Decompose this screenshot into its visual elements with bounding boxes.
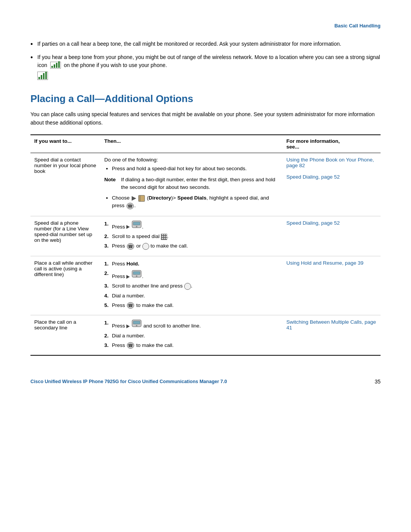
phone-device-icon-2 [131,270,142,278]
footer-left-text: Cisco Unified Wireless IP Phone 7925G fo… [30,379,227,384]
row3-step-1: 1. Press Hold. [104,260,279,268]
row4-col3: Switching Between Multiple Calls, page 4… [282,315,381,355]
row1-sub-list: Press and hold a speed-dial hot key for … [104,165,279,173]
row3-step-2: 2. Press . [104,270,279,280]
row2-col2: 1. Press . 2. [100,216,282,256]
signal-icon [50,62,61,70]
row4-step-1: 1. Press and scroll to another line. [104,319,279,330]
svg-rect-1 [139,195,145,201]
row4-link-1[interactable]: Switching Between Multiple Calls, page 4… [286,319,376,331]
svg-text:☎: ☎ [127,204,133,208]
col-header-3: For more information,see... [282,135,381,153]
row2-step1-text: Press . [112,220,143,231]
row1-col2-content: Do one of the following: Press and hold … [104,157,279,209]
row1-col3: Using the Phone Book on Your Phone, page… [282,153,381,216]
bullet-item-2: • If you hear a beep tone from your phon… [30,53,381,81]
page-title: Placing a Call—Additional Options [30,93,381,105]
grid-icon [161,234,167,240]
row2-link-1[interactable]: Speed Dialing, page 52 [286,220,339,226]
row2-step-2: 2. Scroll to a speed dial . [104,233,279,240]
row1-col2: Do one of the following: Press and hold … [100,153,282,216]
footer-page-number: 35 [374,379,381,385]
triangle-icon [131,195,137,201]
row3-steps: 1. Press Hold. 2. Press . [104,260,279,309]
table-row: Speed dial a contact number in your loca… [30,153,381,216]
nav-arrow-icon-2 [126,275,130,279]
row2-col3: Speed Dialing, page 52 [282,216,381,256]
handset-icon-3: ☎ [126,302,135,309]
svg-text:☎: ☎ [128,303,133,308]
circle-button-icon-2 [184,283,191,290]
row2-step-1: 1. Press . [104,220,279,231]
table-row: Place the call on a secondary line 1. Pr… [30,315,381,355]
nav-arrow-icon-3 [126,324,130,328]
col-header-2: Then... [100,135,282,153]
row1-col1: Speed dial a contact number in your loca… [30,153,100,216]
table-row: Speed dial a phone number (for a Line Vi… [30,216,381,256]
row3-step3-text: Scroll to another line and press . [112,282,193,290]
bullet-text-2: If you hear a beep tone from your phone,… [37,53,381,81]
row4-step3-text: Press ☎ to make the call. [112,342,174,349]
row4-col1: Place the call on a secondary line [30,315,100,355]
row3-step4-text: Dial a number. [112,292,145,300]
section-intro: You can place calls using special featur… [30,110,381,127]
directory-label: Directory [149,195,171,201]
row1-note: Note If dialing a two-digit number, ente… [104,176,279,192]
note-label: Note [104,176,121,192]
phone-device-icon-3 [131,319,142,328]
row2-steps: 1. Press . 2. [104,220,279,250]
directory-icon [131,195,145,202]
bullet-item-1: • If parties on a call hear a beep tone,… [30,40,381,49]
signal-bars [50,62,61,69]
speed-dials-label: Speed Dials [177,195,207,201]
row1-sub-item-1: Press and hold a speed-dial hot key for … [112,165,279,173]
svg-point-8 [136,226,137,227]
signal-bars-2 [37,72,48,80]
svg-rect-7 [133,222,140,225]
row1-do-one: Do one of the following: [104,157,279,163]
row4-step-2: 2. Dial a number. [104,332,279,340]
svg-text:☎: ☎ [128,244,133,249]
svg-rect-17 [133,321,140,324]
section-label: Basic Call Handling [30,23,381,29]
row3-link-1[interactable]: Using Hold and Resume, page 39 [286,260,363,266]
row4-step-3: 3. Press ☎ to make the call. [104,342,279,349]
row1-link-1[interactable]: Using the Phone Book on Your Phone, page… [286,157,374,168]
bullet-dot-2: • [30,53,33,62]
row4-steps: 1. Press and scroll to another line. [104,319,279,349]
svg-text:☎: ☎ [128,343,133,348]
row4-step2-text: Dial a number. [112,332,145,340]
row4-col2: 1. Press and scroll to another line. [100,315,282,355]
col3-header-text: For more information,see... [286,138,339,150]
row1-link-2[interactable]: Speed Dialing, page 52 [286,174,339,180]
row2-step2-text: Scroll to a speed dial . [112,233,169,240]
options-table: If you want to... Then... For more infor… [30,134,381,356]
row1-sub-list-2: Choose (Directory)> Speed Dials, highlig… [104,194,279,210]
table-header-row: If you want to... Then... For more infor… [30,135,381,153]
row3-step1-text: Press Hold. [112,260,139,268]
svg-marker-0 [132,196,136,201]
svg-point-13 [136,275,137,277]
svg-rect-12 [133,272,140,275]
book-icon [138,195,145,202]
intro-bullets: • If parties on a call hear a beep tone,… [30,40,381,81]
row3-step-5: 5. Press ☎ to make the call. [104,302,279,309]
row3-step5-text: Press ☎ to make the call. [112,302,174,309]
row3-step2-text: Press . [112,270,143,280]
bullet2-after-icon: on the phone if you wish to use your pho… [64,62,167,68]
bullet-text-1: If parties on a call hear a beep tone, t… [37,40,381,48]
circle-button-icon [142,243,149,250]
note-text: If dialing a two-digit number, enter the… [121,176,279,192]
handset-icon-2: ☎ [126,243,135,250]
row2-step3-text: Press ☎ or to make the call. [112,242,188,250]
row3-col2: 1. Press Hold. 2. Press . [100,256,282,315]
table-row: Place a call while another call is activ… [30,256,381,315]
svg-point-18 [136,325,137,326]
row2-col1: Speed dial a phone number (for a Line Vi… [30,216,100,256]
handset-icon: ☎ [126,202,134,210]
row3-col3: Using Hold and Resume, page 39 [282,256,381,315]
row3-step-4: 4. Dial a number. [104,292,279,300]
bullet-dot-1: • [30,40,33,49]
nav-arrow-icon [126,225,130,229]
col-header-1: If you want to... [30,135,100,153]
